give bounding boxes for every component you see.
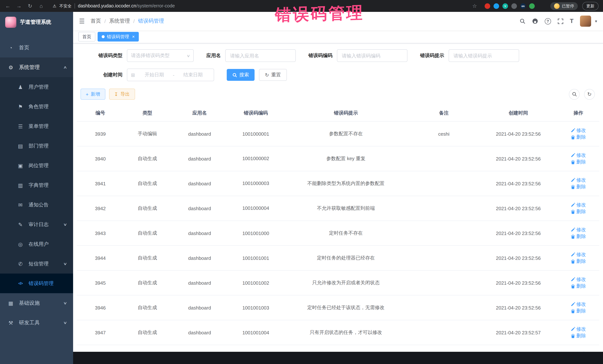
- sidebar-item-notice[interactable]: ✉通知公告: [0, 195, 73, 215]
- delete-link[interactable]: 删除: [571, 134, 586, 141]
- add-button[interactable]: + 新增: [81, 88, 105, 100]
- update-button[interactable]: 更新: [582, 2, 599, 10]
- sidebar-item-home[interactable]: ◔首页: [0, 38, 73, 57]
- forward-icon[interactable]: →: [16, 3, 22, 9]
- edit-pencil-icon: [571, 228, 575, 232]
- app-logo[interactable]: 芋道管理系统: [0, 12, 73, 33]
- edit-link[interactable]: 修改: [571, 326, 586, 332]
- address-bar[interactable]: ⚠ 不安全 dashboard.yudao.iocoder.cn/system/…: [53, 3, 175, 9]
- sidebar-item-dict-management[interactable]: ▥字典管理: [0, 175, 73, 195]
- caret-down-icon[interactable]: ▾: [595, 19, 597, 23]
- search-button[interactable]: 搜索: [227, 69, 255, 81]
- edit-link[interactable]: 修改: [571, 251, 586, 258]
- search-icon[interactable]: [519, 18, 525, 24]
- adblock-extension-icon[interactable]: [485, 3, 490, 9]
- end-date-placeholder: 结束日期: [176, 72, 210, 78]
- error-hint-input[interactable]: [449, 49, 519, 62]
- edit-link[interactable]: 修改: [571, 177, 586, 184]
- drop-extension-icon[interactable]: [494, 3, 499, 9]
- refresh-button[interactable]: ↻: [584, 89, 595, 99]
- back-icon[interactable]: ←: [4, 3, 11, 9]
- edit-link[interactable]: 修改: [571, 152, 586, 159]
- cell-remark: [408, 345, 479, 352]
- chevron-down-icon: ∨: [63, 222, 67, 226]
- sidebar-item-online-user[interactable]: ◎在线用户: [0, 234, 73, 254]
- delete-link[interactable]: 删除: [571, 283, 586, 289]
- main-column: ☰ 首页/系统管理/错误码管理 ? T ▾: [73, 12, 603, 364]
- sidebar-item-label: 短信管理: [29, 260, 49, 267]
- edit-link[interactable]: 修改: [571, 301, 586, 308]
- sidebar-item-sms-management[interactable]: ✆短信管理∨: [0, 254, 73, 274]
- sidebar-item-dev-tools[interactable]: ⚒研发工具∨: [0, 313, 73, 332]
- cell-actions: 修改 删除: [557, 196, 599, 221]
- cell-id: 3945: [77, 270, 124, 295]
- github-icon[interactable]: [532, 18, 538, 24]
- v-extension-icon[interactable]: V: [502, 3, 508, 9]
- font-size-icon[interactable]: T: [570, 18, 573, 24]
- sidebar-item-label: 在线用户: [29, 241, 49, 247]
- table-row: 3948 自动生成 dashboard 1001001005 CRON 表达式不…: [77, 345, 599, 352]
- edit-link[interactable]: 修改: [571, 276, 586, 283]
- breadcrumb-item[interactable]: 系统管理: [109, 18, 130, 24]
- dictionary-icon: ▥: [17, 182, 24, 188]
- cell-code: 1001000002: [228, 146, 283, 171]
- cell-remark: [408, 196, 479, 221]
- paused-pill[interactable]: 已暂停: [550, 2, 578, 10]
- user-avatar[interactable]: [580, 16, 591, 27]
- sidebar-item-post-management[interactable]: ▣岗位管理: [0, 156, 73, 175]
- close-icon[interactable]: ×: [132, 34, 135, 39]
- tab-error-code[interactable]: 错误码管理×: [98, 32, 139, 42]
- gear-icon: ⚙: [7, 64, 14, 70]
- reload-icon[interactable]: ↻: [27, 3, 33, 9]
- edit-link[interactable]: 修改: [571, 202, 586, 208]
- sidebar-item-menu-management[interactable]: ☰菜单管理: [0, 116, 73, 136]
- edit-link[interactable]: 修改: [571, 226, 586, 233]
- cell-time: 2021-04-20 23:52:56: [479, 146, 557, 171]
- sidebar-item-audit-log[interactable]: ✎审计日志∨: [0, 215, 73, 234]
- leaf-extension-icon[interactable]: [529, 3, 535, 9]
- sidebar-item-error-code-management[interactable]: </>错误码管理: [0, 274, 73, 293]
- delete-link[interactable]: 删除: [571, 258, 586, 265]
- delete-link[interactable]: 删除: [571, 184, 586, 190]
- grid-extension-icon[interactable]: [511, 3, 517, 9]
- table-tools: ↻: [569, 89, 595, 99]
- edit-link[interactable]: 修改: [571, 127, 586, 134]
- trash-icon: [571, 234, 575, 239]
- edit-link-label: 修改: [576, 152, 586, 159]
- filter-label-hint: 错误码提示: [420, 52, 444, 59]
- delete-link[interactable]: 删除: [571, 233, 586, 240]
- delete-link[interactable]: 删除: [571, 332, 586, 339]
- on-badge-extension-icon[interactable]: on: [520, 3, 526, 9]
- error-code-input[interactable]: [337, 49, 407, 62]
- sidebar-item-system-management[interactable]: ⚙系统管理∧: [0, 57, 73, 77]
- pin-extension-icon[interactable]: [538, 3, 544, 9]
- error-type-select[interactable]: 请选择错误码类型 ∨: [127, 49, 194, 62]
- column-header-3: 错误码编码: [228, 105, 283, 121]
- edit-link-label: 修改: [576, 326, 586, 332]
- hamburger-icon[interactable]: ☰: [79, 17, 85, 25]
- export-button[interactable]: ↧ 导出: [109, 88, 135, 100]
- sidebar-item-dept-management[interactable]: ▤部门管理: [0, 136, 73, 156]
- delete-link[interactable]: 删除: [571, 208, 586, 215]
- app-name-input[interactable]: [225, 49, 296, 62]
- help-icon[interactable]: ?: [545, 18, 551, 24]
- sidebar-item-user-management[interactable]: ♟用户管理: [0, 77, 73, 97]
- delete-link[interactable]: 删除: [571, 308, 586, 314]
- home-icon[interactable]: ⌂: [38, 3, 45, 9]
- reset-button[interactable]: ↻ 重置: [259, 69, 287, 81]
- sidebar-item-role-management[interactable]: ⚑角色管理: [0, 97, 73, 116]
- trash-icon: [571, 135, 575, 139]
- toggle-search-button[interactable]: [569, 89, 580, 99]
- breadcrumb-item[interactable]: 首页: [91, 18, 101, 24]
- delete-link[interactable]: 删除: [571, 159, 586, 165]
- edit-link-label: 修改: [576, 202, 586, 208]
- cell-time: 2021-04-20 23:52:56: [479, 246, 557, 270]
- star-icon[interactable]: ☆: [471, 3, 478, 9]
- date-range-picker[interactable]: ⊞ 开始日期 - 结束日期: [127, 69, 214, 81]
- sidebar-item-infrastructure[interactable]: ▦基础设施∨: [0, 293, 73, 313]
- tab-home[interactable]: 首页: [78, 32, 95, 42]
- content: 错误码类型 请选择错误码类型 ∨ 应用名 错误码编码: [73, 43, 603, 352]
- cell-id: 3946: [77, 295, 124, 320]
- cell-type: 自动生成: [124, 345, 171, 352]
- fullscreen-icon[interactable]: [557, 18, 563, 24]
